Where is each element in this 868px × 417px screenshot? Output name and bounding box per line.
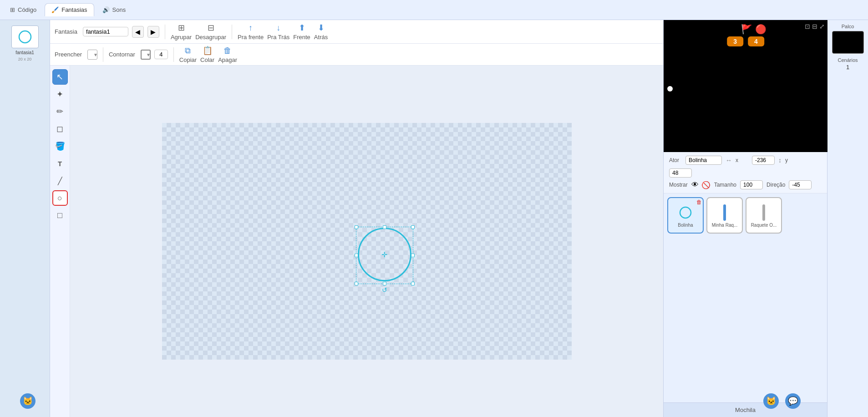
cenarios-label: Cenários	[838, 57, 858, 63]
side-tools: ↖ ✦ ✏ ◻ 🪣 T ╱ ○ □	[50, 66, 70, 417]
main-area: fantasia1 20 x 20 Fantasia ◀ ▶ ⊞ Agrupar…	[0, 20, 868, 417]
sprite-bolinha-label: Bolinha	[678, 223, 693, 228]
circle-tool[interactable]: ○	[52, 190, 68, 206]
handle-ml[interactable]	[355, 254, 358, 257]
sprite-minha-raq-label: Minha Raq...	[712, 223, 738, 228]
pen-tool[interactable]: ✏	[52, 104, 68, 119]
fill-color-picker[interactable]: ▼	[87, 50, 97, 60]
direcao-input[interactable]	[789, 180, 812, 189]
handle-tl[interactable]	[355, 225, 358, 229]
actor-props-row: Mostrar 👁 🚫 Tamanho Direção	[669, 180, 822, 189]
costume-thumb-label: fantasia1	[15, 50, 34, 55]
text-tool[interactable]: T	[52, 156, 68, 171]
separator3	[103, 47, 103, 62]
frente-btn[interactable]: ⬆ Frente	[293, 23, 310, 41]
canvas-scroll: ✛ ↺	[70, 66, 663, 417]
apagar-icon: 🗑	[223, 46, 232, 56]
stage-col-thumb[interactable]	[832, 31, 864, 54]
mostrar-label: Mostrar	[669, 182, 688, 188]
colar-icon: 📋	[203, 46, 213, 56]
svg-point-1	[680, 207, 691, 218]
green-flag-btn[interactable]: 🚩	[741, 24, 752, 35]
stage-split-btn[interactable]: ⊟	[812, 23, 817, 30]
direcao-label: Direção	[766, 182, 785, 188]
reshape-tool[interactable]: ✦	[52, 86, 68, 102]
numbers-bar: 3 4	[727, 36, 764, 46]
desagrupar-icon: ⊟	[208, 23, 214, 33]
line-tool[interactable]: ╱	[52, 173, 68, 188]
arrow-left-btn[interactable]: ◀	[132, 26, 144, 38]
colar-btn[interactable]: 📋 Colar	[200, 46, 214, 63]
canvas-area[interactable]: ✛ ↺	[70, 66, 663, 417]
mochila-bar: Mochila	[664, 402, 827, 417]
toolbar-row2: Preencher ▼ Contornar ▼ ⧉ Copiar 📋 Colar…	[50, 44, 663, 66]
copiar-icon: ⧉	[185, 46, 191, 56]
fantasia-name-input[interactable]	[83, 27, 128, 36]
selection-overlay: ↺	[356, 227, 413, 284]
handle-mr[interactable]	[411, 254, 415, 257]
pratras-btn[interactable]: ↓ Pra Trás	[267, 23, 289, 41]
select-tool[interactable]: ↖	[52, 69, 68, 85]
sound-icon: 🔊	[102, 6, 110, 13]
tab-fantasias-label: Fantasias	[61, 6, 87, 13]
eye-visible-icon[interactable]: 👁	[691, 181, 699, 189]
stop-btn[interactable]: 🔴	[755, 24, 766, 35]
handle-br[interactable]	[411, 282, 415, 285]
separator2	[232, 25, 232, 39]
stage-expand-btn[interactable]: ⊡	[805, 23, 810, 30]
arrow-icon: ↔	[726, 157, 732, 164]
rotate-handle[interactable]: ↺	[382, 286, 387, 294]
fill-tool[interactable]: 🪣	[52, 138, 68, 154]
mostrar-icons: 👁 🚫	[691, 181, 711, 189]
x-input[interactable]	[752, 156, 775, 165]
canvas-checkerboard[interactable]: ✛ ↺	[162, 123, 572, 360]
updown-icon: ↕	[778, 157, 782, 164]
eye-hidden-icon[interactable]: 🚫	[701, 181, 711, 189]
delete-bolinha-icon[interactable]: 🗑	[696, 199, 702, 205]
tamanho-input[interactable]	[740, 180, 763, 189]
handle-tm[interactable]	[383, 225, 386, 229]
atras-btn[interactable]: ⬇ Atrás	[314, 23, 328, 41]
frente-icon: ⬆	[299, 23, 305, 33]
fantasia-label: Fantasia	[55, 28, 77, 35]
tab-codigo[interactable]: ⊞ Código	[4, 4, 43, 16]
cat-icon-left[interactable]: 🐱	[20, 393, 36, 409]
desagrupar-btn[interactable]: ⊟ Desagrupar	[195, 23, 226, 41]
sprite-bolinha[interactable]: 🗑 Bolinha	[667, 197, 704, 234]
editor-panel: Fantasia ◀ ▶ ⊞ Agrupar ⊟ Desagrupar ↑ Pr…	[50, 20, 663, 417]
actor-name-input[interactable]	[685, 156, 722, 165]
sprite-raquete-o-label: Raquete O...	[751, 223, 777, 228]
stroke-color-picker[interactable]: ▼	[141, 50, 151, 60]
sprite-raquete-o[interactable]: Raquete O...	[746, 197, 782, 234]
stage-window-buttons: ⊡ ⊟ ⤢	[805, 23, 825, 30]
tab-sons-label: Sons	[112, 6, 126, 13]
tab-sons[interactable]: 🔊 Sons	[96, 4, 132, 16]
copiar-btn[interactable]: ⧉ Copiar	[179, 46, 197, 63]
actor-name-row: Ator ↔ x ↕ y	[669, 156, 822, 178]
prafrente-btn[interactable]: ↑ Pra frente	[238, 23, 264, 41]
sprites-row: 🗑 Bolinha Minha Raq...	[664, 193, 827, 237]
svg-rect-3	[762, 204, 765, 221]
chat-icon[interactable]: 💬	[785, 393, 801, 409]
handle-bm[interactable]	[383, 282, 386, 285]
atras-icon: ⬇	[318, 23, 325, 33]
y-input[interactable]	[669, 168, 692, 178]
handle-bl[interactable]	[355, 282, 358, 285]
agrupar-btn[interactable]: ⊞ Agrupar	[171, 23, 192, 41]
stage-fullscreen-btn[interactable]: ⤢	[819, 23, 825, 30]
thumbnail-panel: fantasia1 20 x 20	[0, 20, 50, 417]
arrow-right-btn[interactable]: ▶	[147, 26, 159, 38]
cat-icon-right[interactable]: 🐱	[763, 393, 779, 409]
handle-tr[interactable]	[411, 225, 415, 229]
agrupar-icon: ⊞	[178, 23, 185, 33]
rect-tool[interactable]: □	[52, 208, 68, 223]
costume-thumbnail[interactable]: fantasia1 20 x 20	[7, 24, 43, 63]
sprite-minha-raq[interactable]: Minha Raq...	[706, 197, 743, 234]
actor-info: Ator ↔ x ↕ y Mostrar 👁 🚫 Tamanho Direção	[664, 152, 827, 193]
eraser-tool[interactable]: ◻	[52, 121, 68, 137]
separator4	[173, 47, 174, 62]
stroke-width-input[interactable]	[154, 50, 168, 59]
pratras-icon: ↓	[276, 23, 280, 33]
apagar-btn[interactable]: 🗑 Apagar	[218, 46, 237, 63]
tab-fantasias[interactable]: 🖌️ Fantasias	[45, 3, 94, 16]
